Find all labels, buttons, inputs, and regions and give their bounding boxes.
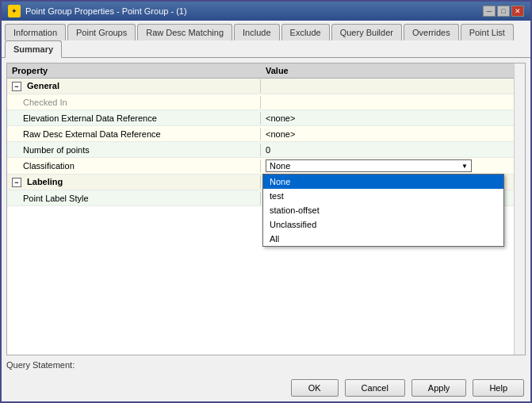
tab-summary[interactable]: Summary — [5, 40, 62, 58]
tab-point-list[interactable]: Point List — [461, 24, 514, 40]
prop-num-points: Number of points — [7, 144, 261, 156]
prop-checked-in: Checked In — [7, 96, 261, 109]
value-checked-in — [261, 101, 525, 104]
main-panel: Property Value − General Checked In — [6, 63, 526, 355]
close-button[interactable]: ✕ — [511, 6, 524, 17]
section-labeling-label: − Labeling — [7, 175, 261, 189]
section-general-label: − General — [7, 79, 261, 93]
table-row: Elevation External Data Reference <none> — [7, 110, 525, 126]
value-raw-desc-ref: <none> — [261, 128, 525, 140]
prop-elevation-ref: Elevation External Data Reference — [7, 112, 261, 125]
titlebar-buttons: ─ □ ✕ — [483, 6, 524, 17]
tab-information[interactable]: Information — [5, 24, 66, 40]
tab-query-builder[interactable]: Query Builder — [331, 24, 402, 40]
header-property: Property — [12, 66, 266, 75]
prop-classification: Classification — [7, 159, 261, 172]
table-row: Number of points 0 — [7, 142, 525, 158]
footer: OK Cancel Apply Help — [2, 374, 530, 401]
window-title: Point Group Properties - Point Group - (… — [25, 6, 187, 16]
ok-button[interactable]: OK — [291, 379, 339, 397]
tab-overrides[interactable]: Overrides — [404, 24, 459, 40]
classification-dropdown[interactable]: None ▼ — [266, 159, 472, 172]
expand-icon-general[interactable]: − — [12, 82, 21, 91]
scrollbar[interactable] — [514, 63, 525, 355]
prop-point-label-style: Point Label Style — [7, 192, 261, 205]
cancel-button[interactable]: Cancel — [345, 379, 405, 397]
prop-raw-desc-ref: Raw Desc External Data Reference — [7, 128, 261, 140]
table-scroll[interactable]: − General Checked In Elevation External … — [7, 79, 525, 355]
expand-icon-labeling[interactable]: − — [12, 178, 21, 187]
dropdown-current-value: None — [270, 161, 290, 171]
query-statement-label: Query Statement: — [6, 360, 526, 370]
value-classification: None ▼ — [261, 158, 525, 174]
content-area: Property Value − General Checked In — [2, 58, 530, 374]
table-header: Property Value — [7, 63, 525, 79]
titlebar: ✦ Point Group Properties - Point Group -… — [2, 2, 530, 21]
tab-point-groups[interactable]: Point Groups — [67, 24, 136, 40]
table-row: Checked In — [7, 94, 525, 110]
tabs-container: Information Point Groups Raw Desc Matchi… — [2, 21, 530, 58]
dropdown-arrow-icon: ▼ — [461, 163, 468, 170]
dropdown-item-none[interactable]: None — [263, 175, 503, 189]
value-elevation-ref: <none> — [261, 112, 525, 125]
dropdown-item-station-offset[interactable]: station-offset — [263, 203, 503, 217]
maximize-button[interactable]: □ — [497, 6, 510, 17]
help-button[interactable]: Help — [473, 379, 524, 397]
value-num-points: 0 — [261, 144, 525, 156]
tab-include[interactable]: Include — [234, 24, 279, 40]
section-general: − General — [7, 79, 525, 94]
minimize-button[interactable]: ─ — [483, 6, 496, 17]
table-row: Raw Desc External Data Reference <none> — [7, 126, 525, 142]
apply-button[interactable]: Apply — [411, 379, 467, 397]
classification-row: Classification None ▼ None test station-… — [7, 158, 525, 175]
dropdown-menu: None test station-offset Unclassified Al… — [262, 174, 504, 247]
dropdown-item-test[interactable]: test — [263, 189, 503, 203]
header-value: Value — [266, 66, 520, 75]
dropdown-item-all[interactable]: All — [263, 232, 503, 246]
app-icon: ✦ — [8, 5, 21, 17]
dropdown-item-unclassified[interactable]: Unclassified — [263, 217, 503, 232]
tab-exclude[interactable]: Exclude — [281, 24, 330, 40]
tab-raw-desc-matching[interactable]: Raw Desc Matching — [137, 24, 232, 40]
main-window: ✦ Point Group Properties - Point Group -… — [0, 0, 532, 403]
titlebar-left: ✦ Point Group Properties - Point Group -… — [8, 5, 187, 17]
